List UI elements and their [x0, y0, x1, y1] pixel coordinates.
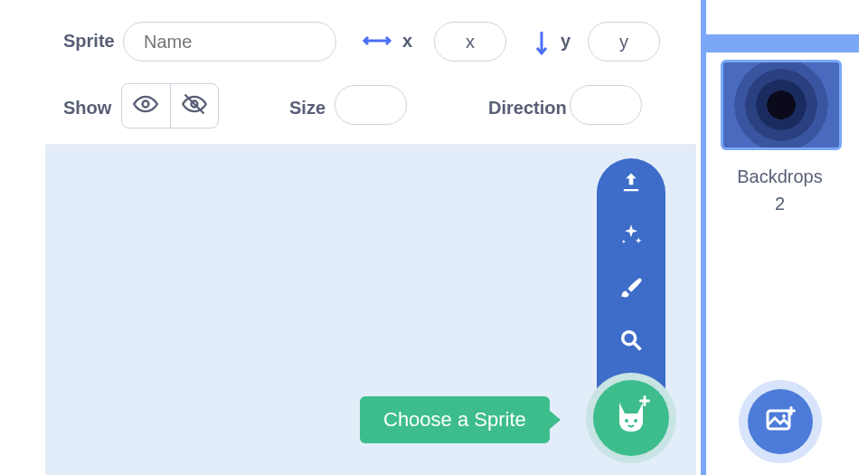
backdrop-thumbnail[interactable]	[721, 60, 842, 150]
backdrops-label: Backdrops	[701, 166, 859, 187]
size-label: Size	[289, 98, 326, 119]
svg-point-7	[625, 419, 628, 423]
svg-line-6	[635, 344, 641, 350]
image-plus-icon	[762, 402, 798, 442]
sprite-label: Sprite	[63, 31, 115, 52]
paintbrush-icon	[618, 275, 644, 304]
hide-button[interactable]	[171, 84, 219, 128]
x-input[interactable]	[434, 22, 506, 62]
eye-icon	[133, 91, 158, 120]
backdrops-count: 2	[701, 194, 859, 214]
svg-rect-10	[639, 400, 650, 403]
sprite-info-bar: Sprite x y Show	[45, 0, 696, 145]
y-input[interactable]	[588, 22, 660, 62]
stage-panel: Backdrops 2	[701, 0, 859, 475]
size-input[interactable]	[335, 85, 407, 125]
paint-sprite-button[interactable]	[616, 274, 646, 305]
eye-off-icon	[182, 91, 207, 120]
x-label: x	[402, 31, 412, 52]
info-row-2: Show Size Direction	[45, 80, 696, 129]
search-sprite-button[interactable]	[616, 327, 646, 357]
upload-sprite-button[interactable]	[616, 169, 646, 200]
info-row-1: Sprite x y	[45, 24, 696, 65]
upload-icon	[618, 170, 644, 199]
search-icon	[618, 328, 644, 356]
stage-border	[701, 0, 706, 475]
y-label: y	[561, 31, 571, 52]
sparkle-icon	[618, 223, 644, 252]
show-label: Show	[63, 98, 111, 119]
x-axis-icon	[362, 33, 392, 52]
stage-band	[701, 34, 859, 52]
y-axis-icon	[533, 29, 550, 60]
sprite-panel: Sprite x y Show	[45, 0, 696, 475]
choose-backdrop-button[interactable]	[748, 389, 813, 454]
cat-plus-icon	[609, 394, 654, 442]
show-button[interactable]	[122, 84, 170, 128]
direction-input[interactable]	[570, 85, 642, 125]
svg-point-8	[634, 419, 637, 423]
svg-point-5	[623, 332, 636, 345]
svg-point-2	[143, 101, 149, 108]
svg-rect-14	[787, 410, 796, 413]
sprite-name-input[interactable]	[123, 22, 336, 62]
svg-point-12	[782, 414, 786, 418]
surprise-sprite-button[interactable]	[616, 222, 646, 252]
choose-sprite-tooltip: Choose a Sprite	[360, 396, 550, 443]
direction-label: Direction	[488, 98, 567, 119]
visibility-toggle	[121, 83, 219, 128]
choose-sprite-button[interactable]	[593, 380, 669, 456]
